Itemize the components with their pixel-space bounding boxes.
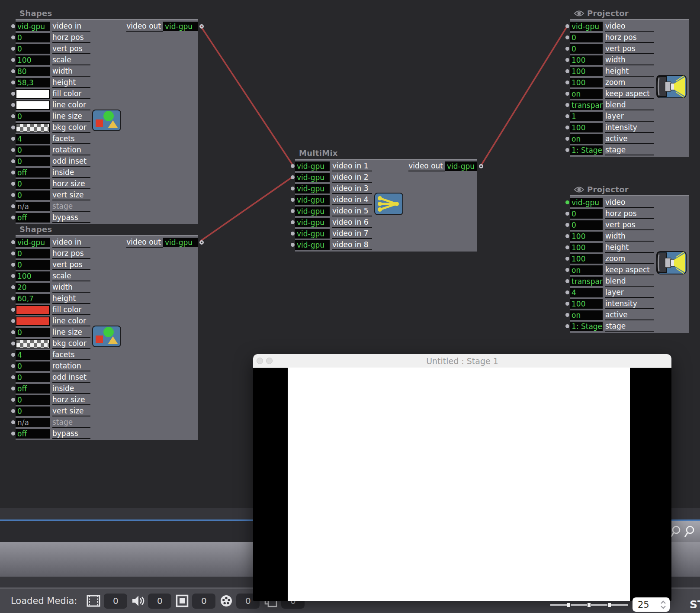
input-value[interactable]: vid-gpu bbox=[295, 218, 330, 227]
input-value[interactable]: transpar bbox=[570, 277, 603, 286]
timeline-tick-slider[interactable] bbox=[550, 603, 628, 607]
input-value[interactable]: 0 bbox=[16, 145, 50, 155]
input-value[interactable]: vid-gpu bbox=[295, 195, 330, 205]
input-port[interactable] bbox=[11, 330, 15, 334]
input-value[interactable]: vid-gpu bbox=[16, 238, 50, 247]
input-port[interactable] bbox=[565, 126, 569, 129]
input-port[interactable] bbox=[11, 263, 15, 267]
input-port[interactable] bbox=[11, 24, 15, 28]
checker-swatch[interactable] bbox=[16, 124, 49, 132]
input-value[interactable]: 100 bbox=[570, 67, 603, 76]
input-value[interactable]: 58,3 bbox=[16, 78, 50, 87]
input-value[interactable]: 1 bbox=[570, 112, 603, 121]
input-value[interactable]: 20 bbox=[16, 283, 50, 292]
input-port[interactable] bbox=[11, 432, 15, 436]
input-port[interactable] bbox=[11, 193, 15, 197]
actor-node-shapes-2[interactable]: Shapes vid-gpu video in 0 horz pos 0 ver… bbox=[16, 223, 198, 440]
input-value[interactable] bbox=[16, 89, 50, 99]
input-value[interactable]: 4 bbox=[570, 288, 603, 297]
input-port[interactable] bbox=[565, 114, 569, 118]
input-port[interactable] bbox=[565, 103, 569, 107]
input-port[interactable] bbox=[11, 375, 15, 379]
input-value[interactable]: 0 bbox=[570, 209, 603, 219]
slider-handle[interactable] bbox=[588, 603, 591, 607]
actor-node-projector-1[interactable]: Projector vid-gpu video 0 horz pos 0 ver… bbox=[570, 7, 689, 157]
input-value[interactable]: 100 bbox=[570, 243, 603, 252]
input-value[interactable]: vid-gpu bbox=[295, 173, 330, 182]
input-value[interactable]: 100 bbox=[570, 55, 603, 65]
input-value[interactable]: on bbox=[570, 265, 603, 275]
input-port[interactable] bbox=[565, 245, 569, 249]
input-port[interactable] bbox=[11, 285, 15, 289]
input-port[interactable] bbox=[11, 308, 15, 312]
input-port[interactable] bbox=[11, 398, 15, 402]
output-port[interactable] bbox=[199, 240, 204, 245]
input-port[interactable] bbox=[11, 409, 15, 413]
input-value[interactable]: off bbox=[16, 384, 50, 394]
input-value[interactable]: 4 bbox=[16, 350, 50, 360]
input-port[interactable] bbox=[565, 223, 569, 227]
input-value[interactable]: 100 bbox=[570, 254, 603, 264]
stepper-chevrons[interactable] bbox=[660, 600, 666, 609]
input-port[interactable] bbox=[11, 216, 15, 219]
input-port[interactable] bbox=[11, 114, 15, 118]
window-close-button[interactable] bbox=[257, 358, 263, 364]
stage-preview-window[interactable]: Untitled : Stage 1 bbox=[253, 354, 671, 601]
input-port[interactable] bbox=[11, 126, 15, 129]
input-value[interactable]: 0 bbox=[16, 328, 50, 337]
input-port[interactable] bbox=[565, 58, 569, 62]
input-value[interactable]: 0 bbox=[16, 157, 50, 166]
input-port[interactable] bbox=[11, 103, 15, 107]
input-value[interactable]: off bbox=[16, 168, 50, 177]
input-value[interactable]: 0 bbox=[16, 407, 50, 416]
input-value[interactable] bbox=[16, 100, 50, 110]
input-port[interactable] bbox=[11, 58, 15, 62]
input-port[interactable] bbox=[565, 279, 569, 283]
input-port[interactable] bbox=[11, 297, 15, 300]
input-port[interactable] bbox=[291, 187, 295, 190]
input-port[interactable] bbox=[565, 290, 569, 294]
input-port[interactable] bbox=[291, 243, 295, 247]
input-value[interactable]: on bbox=[570, 310, 603, 320]
input-port[interactable] bbox=[565, 200, 569, 204]
input-value[interactable] bbox=[16, 305, 50, 315]
input-port[interactable] bbox=[11, 204, 15, 208]
output-port[interactable] bbox=[479, 164, 483, 168]
input-port[interactable] bbox=[565, 257, 569, 261]
input-value[interactable]: vid-gpu bbox=[295, 184, 330, 194]
input-port[interactable] bbox=[291, 198, 295, 202]
input-port[interactable] bbox=[11, 182, 15, 186]
input-port[interactable] bbox=[11, 274, 15, 278]
color-swatch[interactable] bbox=[16, 101, 49, 109]
input-port[interactable] bbox=[565, 324, 569, 328]
input-port[interactable] bbox=[11, 387, 15, 390]
input-value[interactable]: 80 bbox=[16, 67, 50, 76]
input-port[interactable] bbox=[11, 319, 15, 323]
input-value[interactable]: transpar bbox=[570, 100, 603, 110]
input-value[interactable]: 100 bbox=[16, 55, 50, 65]
input-port[interactable] bbox=[11, 137, 15, 141]
input-port[interactable] bbox=[11, 35, 15, 39]
input-port[interactable] bbox=[291, 220, 295, 224]
input-value[interactable]: 100 bbox=[570, 78, 603, 87]
input-value[interactable]: 0 bbox=[16, 112, 50, 121]
input-port[interactable] bbox=[565, 148, 569, 152]
input-value[interactable]: on bbox=[570, 89, 603, 99]
input-value[interactable]: vid-gpu bbox=[295, 240, 330, 250]
input-port[interactable] bbox=[565, 137, 569, 141]
actor-node-shapes-1[interactable]: Shapes vid-gpu video in 0 horz pos 0 ver… bbox=[16, 7, 198, 224]
input-port[interactable] bbox=[565, 92, 569, 96]
input-port[interactable] bbox=[565, 212, 569, 216]
color-swatch[interactable] bbox=[16, 306, 49, 314]
input-value[interactable]: vid-gpu bbox=[295, 161, 330, 171]
input-port[interactable] bbox=[11, 47, 15, 51]
input-port[interactable] bbox=[291, 175, 295, 179]
input-value[interactable]: 1: Stage bbox=[570, 145, 603, 155]
input-value[interactable]: n/a bbox=[16, 202, 50, 211]
input-port[interactable] bbox=[291, 209, 295, 213]
input-port[interactable] bbox=[565, 24, 569, 28]
input-port[interactable] bbox=[291, 232, 295, 236]
input-value[interactable]: 0 bbox=[16, 190, 50, 200]
input-port[interactable] bbox=[11, 69, 15, 73]
input-value[interactable]: 100 bbox=[570, 123, 603, 132]
